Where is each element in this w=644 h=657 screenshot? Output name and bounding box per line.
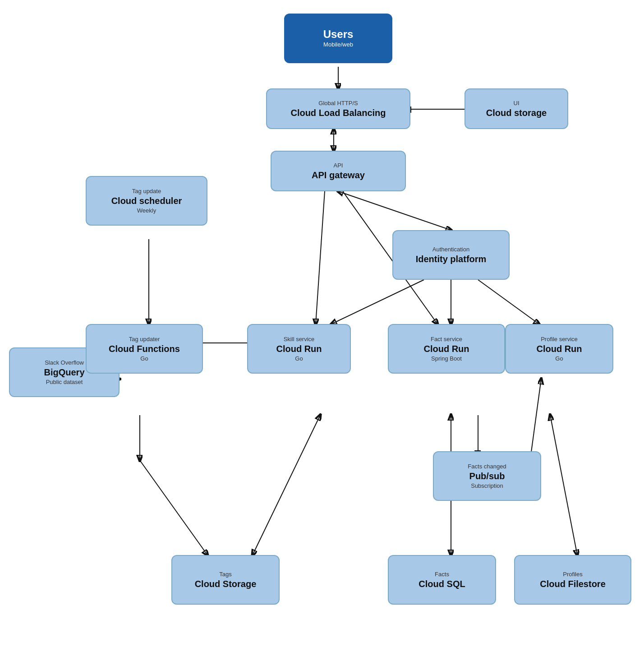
svg-line-12 — [253, 415, 320, 555]
cloud-functions-node: Tag updater Cloud Functions Go — [86, 324, 203, 374]
tags-storage-node: Tags Cloud Storage — [171, 555, 280, 605]
load-balancing-node: Global HTTP/S Cloud Load Balancing — [266, 88, 410, 129]
identity-platform-node: Authentication Identity platform — [392, 230, 510, 280]
svg-line-17 — [316, 191, 325, 324]
users-node: Users Mobile/web — [284, 14, 392, 63]
fact-service-node: Fact service Cloud Run Spring Boot — [388, 324, 505, 374]
facts-sql-node: Facts Cloud SQL — [388, 555, 496, 605]
svg-line-4 — [331, 280, 424, 324]
svg-line-10 — [140, 460, 207, 555]
svg-line-16 — [550, 415, 577, 555]
profiles-filestore-node: Profiles Cloud Filestore — [514, 555, 631, 605]
profile-service-node: Profile service Cloud Run Go — [505, 324, 613, 374]
pubsub-node: Facts changed Pub/sub Subscription — [433, 451, 541, 501]
api-gateway-node: API API gateway — [271, 151, 406, 191]
skill-service-node: Skill service Cloud Run Go — [247, 324, 351, 374]
svg-line-3 — [338, 191, 451, 230]
cloud-scheduler-node: Tag update Cloud scheduler Weekly — [86, 176, 207, 226]
svg-line-6 — [478, 280, 539, 324]
architecture-diagram: Users Mobile/web Global HTTP/S Cloud Loa… — [0, 0, 644, 657]
cloud-storage-ui-node: UI Cloud storage — [465, 88, 568, 129]
